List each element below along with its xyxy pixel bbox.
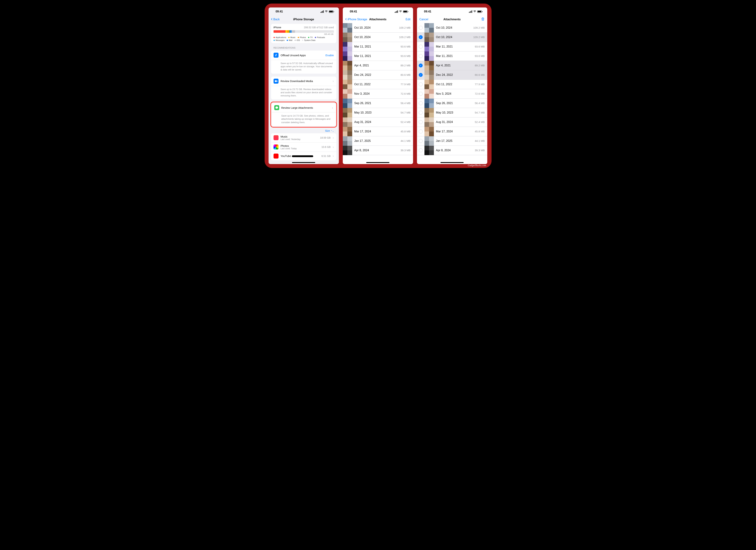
attachment-date: Mar 17, 2024 [354,130,371,133]
attachment-size: 39.3 MB [475,149,485,152]
back-button[interactable]: iPhone Storage [345,18,367,21]
app-row[interactable]: YouTube 6.51 GB› [271,152,336,160]
storage-segment [292,30,295,33]
selection-checkbox[interactable] [419,54,423,58]
selection-checkbox[interactable]: ✓ [419,73,423,77]
attachment-row[interactable]: May 10, 202354.7 MB [417,108,487,117]
back-button[interactable]: Back [271,18,280,21]
selection-checkbox[interactable]: ✓ [419,35,423,39]
wifi-icon [473,10,476,13]
attachment-row[interactable]: Sep 26, 202156.4 MB [417,99,487,108]
enable-button[interactable]: Enable [325,54,334,57]
attachment-size: 72.6 MB [401,92,411,95]
attachment-row[interactable]: Aug 31, 202452.4 MB [343,117,413,127]
attachment-date: Aug 31, 2024 [354,120,371,124]
attachment-size: 45.8 MB [475,130,485,133]
nav-bar: iPhone Storage Attachments Edit [343,16,413,23]
app-row[interactable]: Photos Last used: Today10.6 GB› [271,143,336,152]
attachment-row[interactable]: Apr 8, 202439.3 MB [417,146,487,155]
chevron-right-icon: › [333,145,334,149]
attachment-row[interactable]: ✓Oct 10, 2024109.2 MB [417,33,487,42]
attachment-row[interactable]: May 10, 202354.7 MB [343,108,413,117]
attachment-row[interactable]: Apr 4, 202189.2 MB [343,61,413,70]
home-indicator [366,162,389,163]
selection-checkbox[interactable] [419,139,423,143]
attachment-row[interactable]: ✓Apr 4, 202189.2 MB [417,61,487,70]
cancel-button[interactable]: Cancel [419,18,428,21]
attachment-row[interactable]: Oct 10, 2024109.2 MB [343,23,413,33]
attachment-thumbnail [424,99,434,108]
app-icon [274,135,279,140]
storage-legend: ApplicationsMusicPhotosTVPodcastsMessage… [274,36,334,41]
legend-item: Photos [298,36,306,38]
sort-button[interactable]: Size ⌃⌄ [269,128,339,133]
selection-checkbox[interactable] [419,148,423,152]
attachment-date: Sep 26, 2021 [354,102,371,105]
attachment-date: Aug 31, 2024 [436,120,453,124]
selection-checkbox[interactable] [419,130,423,133]
selection-checkbox[interactable] [419,26,423,30]
edit-button[interactable]: Edit [406,18,411,21]
attachment-row[interactable]: Oct 11, 202277.9 MB [417,80,487,89]
attachment-thumbnail [343,99,352,108]
attachment-row[interactable]: ✓Dec 24, 202280.6 MB [417,70,487,80]
attachment-date: Oct 11, 2022 [436,83,452,86]
attachment-row[interactable]: Dec 24, 202280.6 MB [343,70,413,80]
attachment-row[interactable]: Mar 17, 202445.8 MB [417,127,487,136]
legend-item: Podcasts [315,36,325,38]
attachment-thumbnail [424,33,434,42]
attachment-row[interactable]: Nov 3, 202472.6 MB [343,89,413,99]
attachment-row[interactable]: Oct 11, 202277.9 MB [343,80,413,89]
attachments-list[interactable]: Oct 10, 2024109.2 MBOct 10, 2024109.2 MB… [343,23,413,164]
attachment-row[interactable]: Apr 8, 202439.3 MB [343,146,413,155]
selection-checkbox[interactable] [419,111,423,115]
selection-checkbox[interactable]: ✓ [419,64,423,67]
attachment-row[interactable]: Jan 17, 202544.1 MB [343,136,413,146]
attachment-thumbnail [343,80,352,89]
screen-attachments-edit: 09:41 Cancel Attachments Oct 10, 2024109… [417,7,487,164]
attachment-thumbnail [424,117,434,127]
attachment-row[interactable]: Mar 17, 202445.8 MB [343,127,413,136]
attachment-thumbnail [343,61,352,70]
attachment-row[interactable]: Nov 3, 202472.6 MB [417,89,487,99]
selection-checkbox[interactable] [419,92,423,96]
selection-checkbox[interactable] [419,82,423,86]
attachment-row[interactable]: Aug 31, 202452.4 MB [417,117,487,127]
battery-icon [329,10,334,13]
attachment-row[interactable]: Mar 11, 202193.6 MB [417,51,487,61]
attachment-thumbnail [424,80,434,89]
attachment-size: 56.4 MB [401,102,411,105]
selection-checkbox[interactable] [419,45,423,49]
attachment-row[interactable]: Oct 10, 2024109.2 MB [417,23,487,33]
attachment-row[interactable]: Oct 10, 2024109.2 MB [343,33,413,42]
offload-apps-card[interactable]: Offload Unused Apps Enable Save up to 57… [271,51,336,74]
offload-desc: Save up to 57.52 GB. Automatically offlo… [271,60,336,74]
attachment-size: 109.2 MB [473,26,485,29]
selection-checkbox[interactable] [419,120,423,124]
attachment-row[interactable]: Jan 17, 202544.1 MB [417,136,487,146]
attachment-size: 54.7 MB [401,111,411,114]
attachment-date: Dec 24, 2022 [436,73,453,77]
attachment-date: Oct 11, 2022 [354,83,371,86]
attachment-row[interactable]: Sep 26, 202156.4 MB [343,99,413,108]
app-row[interactable]: Music Last used: Yesterday18.59 GB› [271,133,336,143]
attachment-size: 109.2 MB [473,36,485,39]
attachment-row[interactable]: Mar 11, 202193.6 MB [417,42,487,51]
review-attachments-card[interactable]: Review Large Attachments › Save up to 14… [272,103,336,126]
attachment-date: Mar 11, 2021 [436,45,453,48]
attachment-date: Oct 10, 2024 [354,36,371,39]
attachment-thumbnail [424,42,434,51]
attachment-row[interactable]: Mar 11, 202193.6 MB [343,42,413,51]
legend-dot [298,37,299,38]
offload-title: Offload Unused Apps [281,54,323,57]
attachment-date: Jan 17, 2025 [354,139,371,143]
chevron-left-icon [345,18,347,21]
attachment-date: Apr 8, 2024 [354,149,369,152]
delete-button[interactable] [481,17,485,22]
attachment-size: 109.2 MB [399,36,410,39]
attachments-list[interactable]: Oct 10, 2024109.2 MB✓Oct 10, 2024109.2 M… [417,23,487,164]
review-media-card[interactable]: Review Downloaded Media › Save up to 23.… [271,77,336,100]
attachment-row[interactable]: Mar 11, 202193.6 MB [343,51,413,61]
selection-checkbox[interactable] [419,101,423,105]
chevron-right-icon: › [332,106,333,110]
